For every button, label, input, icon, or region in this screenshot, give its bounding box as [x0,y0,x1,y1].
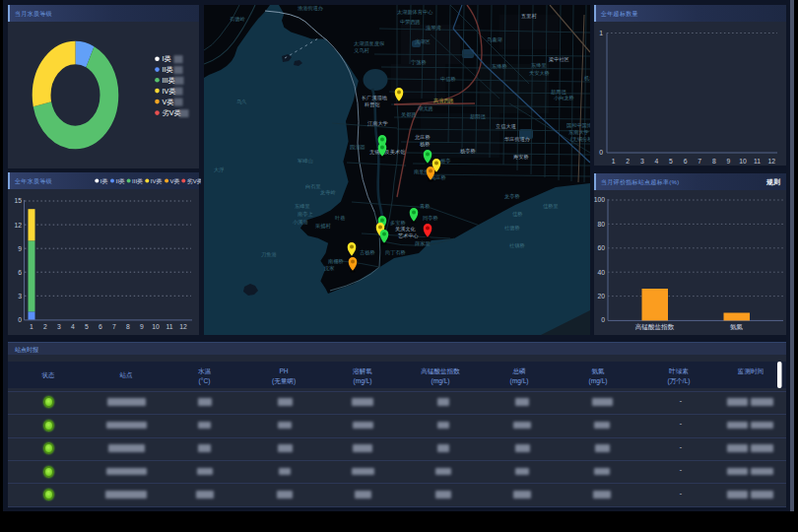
svg-text:II类: II类 [163,65,173,74]
svg-text:6: 6 [684,158,688,165]
svg-text:I类: I类 [163,54,171,63]
svg-text:15: 15 [14,197,22,204]
svg-text:11: 11 [754,158,761,165]
svg-text:监测时间: 监测时间 [738,367,764,375]
svg-text:III类: III类 [132,178,143,184]
svg-text:9: 9 [18,245,22,252]
svg-text:IV类: IV类 [151,178,163,184]
svg-text:11: 11 [166,323,172,330]
svg-text:1: 1 [599,30,603,36]
svg-text:9: 9 [140,323,144,330]
svg-text:V类: V类 [163,98,174,106]
svg-text:氨氮: 氨氮 [730,323,744,330]
svg-text:III类: III类 [163,76,175,85]
svg-text:(°C): (°C) [199,377,211,385]
svg-text:1: 1 [30,323,33,330]
svg-text:高锰酸盐指数: 高锰酸盐指数 [635,323,675,331]
svg-text:I类: I类 [100,178,108,184]
svg-text:4: 4 [655,158,659,165]
svg-text:10: 10 [152,323,160,330]
svg-text:4: 4 [71,323,75,330]
svg-text:12: 12 [179,323,187,330]
svg-text:PH: PH [279,367,288,374]
svg-text:0: 0 [18,316,22,323]
svg-text:(mg/L): (mg/L) [431,377,449,385]
svg-text:8: 8 [712,158,716,165]
svg-text:站点: 站点 [119,371,133,379]
svg-text:10: 10 [739,158,747,165]
svg-text:80: 80 [597,221,605,228]
svg-text:叶绿素: 叶绿素 [669,367,689,374]
svg-text:II类: II类 [116,178,125,184]
svg-text:20: 20 [597,293,605,299]
svg-text:劣V类: 劣V类 [187,178,201,185]
svg-text:状态: 状态 [40,371,55,378]
svg-text:氨氮: 氨氮 [591,367,605,374]
svg-text:V类: V类 [170,178,180,184]
svg-text:5: 5 [85,323,89,330]
svg-text:2: 2 [43,323,47,330]
svg-text:100: 100 [594,196,605,203]
svg-text:7: 7 [112,323,116,330]
svg-text:60: 60 [597,244,605,251]
svg-text:3: 3 [18,293,22,299]
svg-text:水温: 水温 [198,367,212,375]
svg-text:(mg/L): (mg/L) [588,377,607,385]
svg-text:总磷: 总磷 [511,367,526,374]
svg-text:溶解氧: 溶解氧 [353,367,372,375]
svg-text:3: 3 [640,158,644,165]
svg-text:3: 3 [57,323,61,330]
svg-text:9: 9 [727,158,731,165]
svg-text:6: 6 [18,269,22,276]
svg-text:12: 12 [767,158,775,165]
svg-text:0: 0 [601,316,605,323]
svg-text:劣V类: 劣V类 [163,108,181,117]
svg-text:12: 12 [14,222,22,229]
svg-text:高锰酸盐指数: 高锰酸盐指数 [421,367,460,375]
svg-text:0: 0 [599,149,603,156]
svg-text:IV类: IV类 [163,87,176,96]
svg-text:(万个/L): (万个/L) [667,377,690,385]
svg-text:5: 5 [669,158,673,165]
svg-text:8: 8 [126,323,130,330]
svg-text:2: 2 [626,158,630,165]
svg-text:1: 1 [612,158,616,165]
svg-text:(mg/L): (mg/L) [509,377,528,385]
svg-text:(mg/L): (mg/L) [353,377,371,385]
svg-text:40: 40 [597,269,605,276]
svg-text:6: 6 [99,323,102,330]
svg-text:7: 7 [698,158,701,165]
svg-text:(无量纲): (无量纲) [272,377,296,385]
